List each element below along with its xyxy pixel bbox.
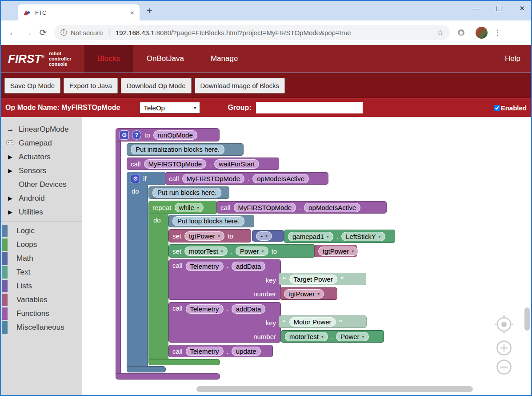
new-tab-button[interactable]: + (147, 6, 152, 15)
toolbox-category-math[interactable]: Math (1, 251, 82, 265)
url-text[interactable]: 192.168.43.1:8080/?page=FtcBlocks.html?p… (116, 29, 433, 36)
blockly-workspace[interactable]: ⚙ ? to runOpMode Put initialization bloc… (82, 117, 531, 396)
toolbox-item-utilities[interactable]: ▶ Utilities (1, 205, 82, 219)
question-icon[interactable]: ? (132, 130, 141, 140)
window-close-button[interactable]: ✕ (519, 4, 525, 12)
toolbox-item-sensors[interactable]: ▶ Sensors (1, 164, 82, 178)
call-opmodeisactive-block[interactable]: call MyFIRSTOpMode . opModeIsActive (165, 172, 328, 185)
get-motor-power-block[interactable]: motorTest . Power (281, 330, 384, 343)
class-field[interactable]: MyFIRSTOpMode (144, 159, 207, 169)
telemetry-adddata-block-1[interactable]: call Telemetry . addData key number (168, 259, 281, 300)
variable-dropdown[interactable]: tgtPower (318, 246, 358, 256)
gamepad-leftsticky-block[interactable]: gamepad1 . LeftStickY (284, 230, 395, 243)
vertical-scrollbar[interactable] (524, 307, 530, 331)
variable-dropdown[interactable]: tgtPower (284, 289, 324, 299)
property-dropdown[interactable]: LeftStickY (341, 232, 385, 241)
toolbox-category-loops[interactable]: Loops (1, 238, 82, 251)
minimize-button[interactable]: — (472, 5, 478, 12)
repeat-mode-dropdown[interactable]: while (175, 203, 204, 212)
extension-icon[interactable] (458, 29, 464, 36)
comment-field[interactable]: Put loop blocks here. (172, 216, 244, 226)
if-block-bottom[interactable] (127, 366, 166, 372)
telemetry-update-block[interactable]: call Telemetry . update (168, 345, 273, 357)
horizontal-scrollbar[interactable] (196, 386, 473, 392)
call-waitforstart-block[interactable]: call MyFIRSTOpMode . waitForStart (127, 158, 279, 170)
comment-field[interactable]: Put run blocks here. (152, 188, 221, 198)
nav-tab-manage[interactable]: Manage (197, 45, 251, 73)
runopmode-block-header[interactable]: ⚙ ? to runOpMode (116, 128, 220, 141)
set-tgtpower-block[interactable]: set tgtPower to (168, 229, 251, 242)
operator-dropdown[interactable]: - (256, 231, 272, 241)
negate-block[interactable]: - (252, 230, 284, 242)
help-link[interactable]: Help (505, 54, 520, 63)
call-opmodeisactive-block-2[interactable]: call MyFIRSTOpMode . opModeIsActive (216, 201, 387, 214)
maximize-button[interactable] (496, 6, 501, 11)
bookmark-star-icon[interactable]: ☆ (437, 28, 444, 37)
property-dropdown[interactable]: Power (236, 246, 268, 256)
save-opmode-button[interactable]: Save Op Mode (4, 78, 60, 93)
toolbox-category-lists[interactable]: Lists (1, 279, 82, 293)
forward-icon[interactable]: → (20, 28, 36, 38)
run-comment-block[interactable]: Put run blocks here. (148, 186, 229, 199)
get-tgtpower-block-2[interactable]: tgtPower (280, 287, 337, 300)
download-opmode-button[interactable]: Download Op Mode (121, 78, 192, 93)
gamepad-dropdown[interactable]: gamepad1 (288, 232, 333, 241)
reload-icon[interactable]: ⟳ (36, 27, 51, 38)
class-field[interactable]: MyFIRSTOpMode (234, 203, 296, 212)
browser-menu-icon[interactable]: ⋮ (494, 28, 501, 37)
variable-dropdown[interactable]: tgtPower (184, 231, 224, 241)
class-field[interactable]: Telemetry (186, 304, 224, 314)
toolbox-item-linearopmode[interactable]: → LinearOpMode (1, 122, 82, 136)
toolbox-item-android[interactable]: ▶ Android (1, 191, 82, 205)
info-icon[interactable]: ⓘ (60, 28, 67, 37)
method-field[interactable]: waitForStart (214, 159, 259, 169)
method-field[interactable]: addData (232, 304, 266, 314)
toolbox-category-text[interactable]: Text (1, 265, 82, 279)
profile-avatar[interactable] (476, 27, 488, 39)
method-field[interactable]: addData (232, 262, 266, 271)
toolbox-category-miscellaneous[interactable]: Miscellaneous (1, 320, 82, 334)
text-target-power-block[interactable]: “ Target Power ” (279, 273, 366, 285)
procedure-name-field[interactable]: runOpMode (153, 130, 197, 140)
method-field[interactable]: update (232, 347, 261, 356)
gear-icon[interactable]: ⚙ (131, 174, 140, 183)
download-image-button[interactable]: Download Image of Blocks (195, 78, 285, 93)
repeat-block-header[interactable]: repeat while (148, 201, 217, 214)
comment-field[interactable]: Put initialization blocks here. (131, 145, 224, 154)
back-icon[interactable]: ← (5, 28, 20, 38)
class-field[interactable]: Telemetry (186, 262, 224, 271)
nav-tab-blocks[interactable]: Blocks (84, 45, 133, 73)
toolbox-item-actuators[interactable]: ▶ Actuators (1, 150, 82, 164)
runopmode-block-spine[interactable] (116, 141, 121, 373)
motor-dropdown[interactable]: motorTest (184, 246, 228, 256)
method-field[interactable]: opModeIsActive (304, 203, 360, 212)
text-motor-power-block[interactable]: “ Motor Power ” (279, 315, 367, 328)
toolbox-category-functions[interactable]: Functions (1, 307, 82, 320)
flavor-select[interactable]: TeleOp ▾ (140, 102, 200, 113)
export-java-button[interactable]: Export to Java (64, 78, 118, 93)
if-block-spine[interactable]: do (127, 185, 148, 366)
telemetry-adddata-block-2[interactable]: call Telemetry . addData key number (168, 302, 281, 343)
text-field[interactable]: Target Power (289, 275, 337, 284)
toolbox-item-other-devices[interactable]: Other Devices (1, 178, 82, 191)
toolbox-category-logic[interactable]: Logic (1, 224, 82, 238)
repeat-block-bottom[interactable] (148, 359, 220, 365)
property-dropdown[interactable]: Power (336, 332, 369, 341)
motor-dropdown[interactable]: motorTest (285, 332, 328, 341)
toolbox-category-variables[interactable]: Variables (1, 293, 82, 307)
address-bar[interactable]: ⓘ Not secure | 192.168.43.1:8080/?page=F… (54, 25, 450, 40)
repeat-block-spine[interactable]: do (148, 214, 168, 359)
if-block-header[interactable]: ⚙ if (127, 172, 166, 185)
method-field[interactable]: opModeIsActive (252, 174, 309, 183)
class-field[interactable]: Telemetry (186, 347, 224, 356)
loop-comment-block[interactable]: Put loop blocks here. (168, 215, 254, 227)
toolbox-item-gamepad[interactable]: Gamepad (1, 136, 82, 150)
text-field[interactable]: Motor Power (289, 317, 336, 327)
get-tgtpower-block[interactable]: tgtPower (314, 245, 357, 257)
enabled-checkbox[interactable] (494, 105, 500, 111)
group-input[interactable] (256, 102, 363, 113)
set-motor-power-block[interactable]: set motorTest . Power to (168, 244, 315, 258)
init-comment-block[interactable]: Put initialization blocks here. (127, 143, 244, 156)
tab-close-icon[interactable]: × (130, 9, 134, 16)
class-field[interactable]: MyFIRSTOpMode (182, 174, 245, 183)
